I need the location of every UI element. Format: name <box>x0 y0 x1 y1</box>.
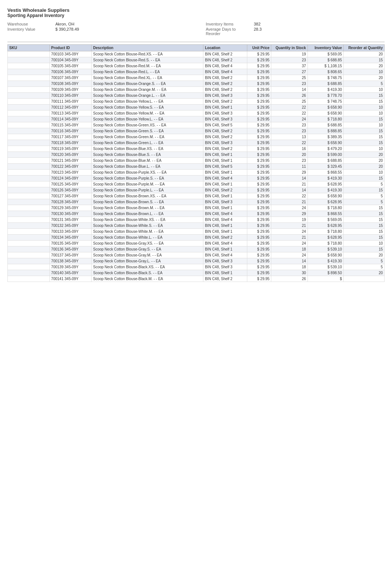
table-row: 700118 345-09YScoop Neck Cotton Blouse-G… <box>8 140 385 146</box>
cell-unit-price: $ 29.95 <box>247 122 271 128</box>
cell-location: BIN C48, Shelf 4 <box>203 241 247 246</box>
cell-qty: 24 <box>271 205 308 211</box>
table-row: 700116 345-09YScoop Neck Cotton Blouse-G… <box>8 128 385 134</box>
cell-sku <box>8 134 50 140</box>
cell-inv-value: $ 718.80 <box>307 241 343 246</box>
cell-unit-price: $ 29.95 <box>247 217 271 223</box>
cell-product-id: 700130 345-09Y <box>49 211 92 217</box>
cell-product-id: 700137 345-09Y <box>49 252 92 258</box>
cell-unit-price: $ 29.95 <box>247 152 271 158</box>
cell-inv-value: $ 569.05 <box>307 51 343 57</box>
cell-unit-price: $ 29.95 <box>247 211 271 217</box>
table-row: 700127 345-09YScoop Neck Cotton Blouse-B… <box>8 193 385 199</box>
cell-description: Scoop Neck Cotton Blouse-Red.S. - - EA <box>92 57 203 63</box>
table-row: 700125 345-09YScoop Neck Cotton Blouse-P… <box>8 181 385 187</box>
table-row: 700108 345-09YScoop Neck Cotton Blouse-O… <box>8 81 385 87</box>
cell-description: Scoop Neck Cotton Blouse-Black.S. - - EA <box>92 270 203 276</box>
cell-location: BIN C48, Shelf 4 <box>203 69 247 75</box>
cell-qty: 23 <box>271 128 308 134</box>
cell-location: BIN C48, Shelf 1 <box>203 223 247 229</box>
cell-description: Scoop Neck Cotton Blouse-Blue.L. - - EA <box>92 164 203 170</box>
cell-description: Scoop Neck Cotton Blouse-Purple.S. - - E… <box>92 176 203 181</box>
cell-qty: 13 <box>271 134 308 140</box>
cell-description: Scoop Neck Cotton Blouse-Purple.L. - - E… <box>92 187 203 193</box>
table-header-row: SKU Product ID Description Location Unit… <box>8 45 385 51</box>
cell-qty: 26 <box>271 93 308 99</box>
cell-reorder-qty: 15 <box>344 229 385 235</box>
cell-unit-price: $ 29.95 <box>247 128 271 134</box>
cell-reorder-qty: 10 <box>344 122 385 128</box>
table-row: 700113 345-09YScoop Neck Cotton Blouse-Y… <box>8 110 385 116</box>
table-row: 700123 345-09YScoop Neck Cotton Blouse-P… <box>8 170 385 176</box>
cell-product-id: 700115 345-09Y <box>49 122 92 128</box>
cell-sku <box>8 51 50 57</box>
cell-unit-price: $ 29.95 <box>247 170 271 176</box>
cell-reorder-qty: 20 <box>344 270 385 276</box>
cell-reorder-qty: 10 <box>344 170 385 176</box>
cell-qty: 23 <box>271 122 308 128</box>
cell-unit-price: $ 29.95 <box>247 223 271 229</box>
cell-reorder-qty: 5 <box>344 81 385 87</box>
cell-unit-price: $ 29.95 <box>247 81 271 87</box>
cell-description: Scoop Neck Cotton Blouse-Green.S. - - EA <box>92 128 203 134</box>
cell-unit-price: $ 29.95 <box>247 199 271 205</box>
cell-reorder-qty: 20 <box>344 51 385 57</box>
table-row: 700106 345-09YScoop Neck Cotton Blouse-R… <box>8 69 385 75</box>
table-row: 700132 345-09YScoop Neck Cotton Blouse-W… <box>8 223 385 229</box>
cell-description: Scoop Neck Cotton Blouse-Purple.XS. - - … <box>92 170 203 176</box>
cell-location: BIN C48, Shelf 4 <box>203 176 247 181</box>
cell-location: BIN C48, Shelf 3 <box>203 140 247 146</box>
table-row: 700111 345-09YScoop Neck Cotton Blouse-Y… <box>8 99 385 105</box>
cell-reorder-qty: 15 <box>344 187 385 193</box>
cell-description: Scoop Neck Cotton Blouse-Brown.M. - - EA <box>92 205 203 211</box>
cell-product-id: 700104 345-09Y <box>49 57 92 63</box>
cell-product-id: 700117 345-09Y <box>49 134 92 140</box>
avg-days-label: Average Days to Reorder <box>206 27 250 36</box>
cell-unit-price: $ 29.95 <box>247 105 271 110</box>
cell-product-id: 700135 345-09Y <box>49 241 92 246</box>
cell-location: BIN C48, Shelf 2 <box>203 81 247 87</box>
table-row: 700130 345-09YScoop Neck Cotton Blouse-B… <box>8 211 385 217</box>
cell-reorder-qty: 5 <box>344 264 385 270</box>
cell-qty: 14 <box>271 87 308 93</box>
cell-sku <box>8 276 50 282</box>
cell-qty: 23 <box>271 158 308 164</box>
cell-reorder-qty: 15 <box>344 128 385 134</box>
cell-qty: 14 <box>271 176 308 181</box>
cell-product-id: 700124 345-09Y <box>49 176 92 181</box>
cell-product-id: 700134 345-09Y <box>49 235 92 241</box>
table-row: 700129 345-09YScoop Neck Cotton Blouse-B… <box>8 205 385 211</box>
cell-description: Scoop Neck Cotton Blouse-Gray.XS. - - EA <box>92 241 203 246</box>
cell-inv-value: $ <box>307 276 343 282</box>
cell-product-id: 700140 345-09Y <box>49 270 92 276</box>
cell-qty: 24 <box>271 116 308 122</box>
cell-sku <box>8 241 50 246</box>
cell-location: BIN C48, Shelf 2 <box>203 75 247 81</box>
cell-product-id: 700121 345-09Y <box>49 158 92 164</box>
cell-sku <box>8 223 50 229</box>
cell-reorder-qty: 15 <box>344 217 385 223</box>
cell-qty: 22 <box>271 110 308 116</box>
cell-description: Scoop Neck Cotton Blouse-Orange.M. - - E… <box>92 87 203 93</box>
cell-description: Scoop Neck Cotton Blouse-White.L. - - EA <box>92 235 203 241</box>
cell-description: Scoop Neck Cotton Blouse-Brown.S. - - EA <box>92 199 203 205</box>
cell-inv-value: $ 628.95 <box>307 181 343 187</box>
cell-location: BIN C48, Shelf 1 <box>203 193 247 199</box>
cell-reorder-qty <box>344 276 385 282</box>
avg-days-value: 28.3 <box>254 27 385 36</box>
cell-qty: 25 <box>271 75 308 81</box>
cell-qty: 19 <box>271 217 308 223</box>
cell-product-id: 700141 345-09Y <box>49 276 92 282</box>
cell-location: BIN C48, Shelf 3 <box>203 93 247 99</box>
cell-location: BIN C48, Shelf 2 <box>203 51 247 57</box>
cell-sku <box>8 146 50 152</box>
cell-product-id: 700118 345-09Y <box>49 140 92 146</box>
cell-location: BIN C48, Shelf 1 <box>203 229 247 235</box>
table-row: 700141 345-09YScoop Neck Cotton Blouse-B… <box>8 276 385 282</box>
cell-inv-value: $ 419.30 <box>307 87 343 93</box>
cell-reorder-qty: 15 <box>344 211 385 217</box>
cell-location: BIN C48, Shelf 2 <box>203 235 247 241</box>
cell-description: Scoop Neck Cotton Blouse-Red.XL. - - EA <box>92 75 203 81</box>
cell-inv-value: $ 628.95 <box>307 235 343 241</box>
cell-unit-price: $ 29.95 <box>247 87 271 93</box>
